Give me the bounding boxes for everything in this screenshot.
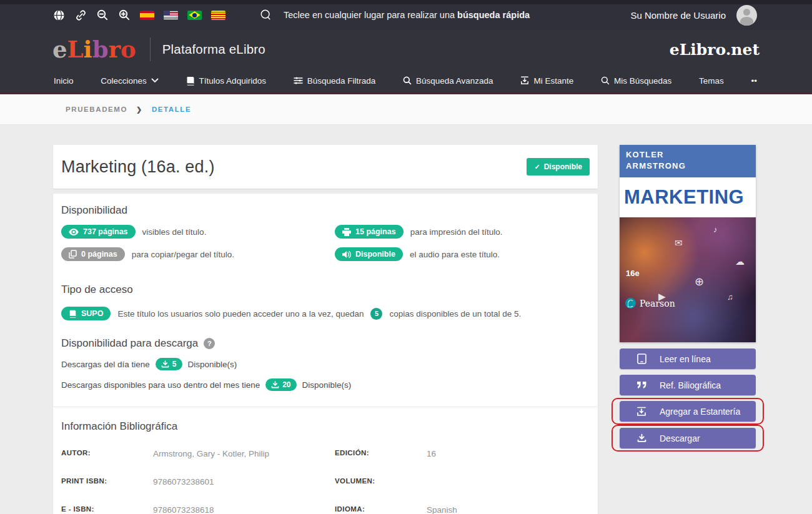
nav-item-mis-busquedas[interactable]: Mis Búsquedas	[601, 76, 671, 86]
nav-item-mi-estante[interactable]: Mi Estante	[520, 76, 573, 86]
add-to-shelf-button[interactable]: Agregar a Estantería	[620, 401, 756, 422]
breadcrumb-current: DETALLE	[152, 106, 191, 113]
quick-search-bar[interactable]: Teclee en cualquier lugar para realizar …	[260, 9, 530, 21]
bibliographic-reference-button[interactable]: Ref. Biliográfica	[620, 375, 756, 395]
nav-item-busqueda-avanzada[interactable]: Búsqueda Avanzada	[403, 76, 493, 86]
printer-icon	[342, 228, 351, 236]
elibro-book-detail-page: Teclee en cualquier lugar para realizar …	[0, 0, 812, 514]
availability-copy-row: 0 páginas para copiar/pegar del título.	[61, 247, 335, 261]
cover-edition: 16e	[626, 269, 640, 278]
daily-downloads-badge: 5	[156, 358, 182, 370]
monthly-downloads-row: Descargas disponibles para uso dentro de…	[61, 378, 590, 391]
availability-heading: Disponibilidad	[61, 204, 590, 217]
nav-item-busqueda-filtrada[interactable]: Búsqueda Filtrada	[294, 76, 376, 86]
field-label-e-isbn: E - ISBN:	[61, 505, 153, 513]
field-value-idioma: Spanish	[427, 505, 590, 514]
cover-authors: KOTLER ARMSTRONG	[620, 145, 756, 177]
shelf-icon	[636, 407, 647, 417]
check-icon	[534, 162, 540, 171]
eye-icon	[69, 229, 79, 235]
availability-audio-row: Disponible el audio para este título.	[335, 247, 590, 261]
download-icon	[161, 360, 169, 368]
book-cover[interactable]: KOTLER ARMSTRONG MARKETING 16e ✉ ♪ ☁ ⊕ ▶…	[620, 145, 756, 342]
field-label-edicion: EDICIÓN:	[335, 449, 427, 457]
read-online-button[interactable]: Leer en línea	[620, 348, 756, 369]
user-area: Su Nombre de Usuario	[630, 5, 757, 26]
availability-print-row: 15 páginas para impresión del título.	[335, 225, 590, 239]
chevron-down-icon	[151, 78, 159, 83]
nav-item-colecciones[interactable]: Colecciones	[101, 76, 159, 86]
nav-item-inicio[interactable]: Inicio	[54, 76, 74, 86]
cover-doodle-cloud: ☁	[735, 256, 745, 267]
download-icon	[271, 381, 279, 388]
field-label-autor: AUTOR:	[61, 449, 153, 457]
detail-card: Disponibilidad 737 páginas visibles del …	[53, 194, 598, 514]
catalonia-flag-icon[interactable]	[211, 11, 225, 20]
audio-available-badge: Disponible	[335, 247, 403, 261]
search-icon	[601, 76, 610, 85]
elibro-logo[interactable]: eLibro	[52, 38, 136, 61]
cover-photo: 16e ✉ ♪ ☁ ⊕ ▶ ♫ Pearson	[620, 217, 756, 342]
daily-downloads-row: Descargas del día tiene 5 Disponible(s)	[61, 358, 590, 370]
availability-view-row: 737 páginas visibles del título.	[61, 225, 335, 239]
cover-doodle-notes: ♫	[727, 292, 733, 302]
available-status-badge: Disponible	[527, 158, 590, 175]
cover-title-band: MARKETING	[620, 177, 756, 217]
main-navigation: Inicio Colecciones Títulos Adquiridos Bú…	[0, 69, 812, 92]
user-avatar[interactable]	[736, 5, 757, 26]
spain-flag-icon[interactable]	[140, 11, 154, 20]
title-card: Marketing (16a. ed.) Disponible	[53, 145, 598, 189]
cover-doodle-magnifier: ⊕	[695, 275, 704, 289]
search-icon	[403, 76, 412, 85]
brand-bar: eLibro Plataforma eLibro eLibro.net	[0, 30, 812, 69]
monthly-downloads-badge: 20	[265, 378, 296, 391]
link-icon[interactable]	[74, 9, 87, 21]
biblio-grid: AUTOR: Armstrong, Gary - Kotler, Philip …	[61, 449, 590, 514]
help-icon[interactable]	[204, 338, 215, 349]
speaker-icon	[342, 250, 351, 259]
nav-more-icon[interactable]: ••	[751, 76, 757, 86]
shelf-icon	[520, 76, 529, 85]
access-type-row: SUPO Este título los usuarios solo puede…	[61, 307, 590, 320]
field-label-print-isbn: PRINT ISBN:	[61, 477, 153, 485]
field-label-idioma: IDIOMA:	[335, 505, 427, 513]
brand-divider	[150, 37, 151, 61]
copy-icon	[69, 250, 77, 259]
tablet-icon	[636, 353, 647, 364]
field-value-autor: Armstrong, Gary - Kotler, Philip	[153, 449, 335, 458]
pages-visible-badge: 737 páginas	[61, 225, 136, 239]
publisher-logo: Pearson	[625, 298, 675, 309]
biblio-heading: Información Bibliográfica	[61, 420, 590, 433]
topbar-tools	[52, 9, 225, 21]
pages-print-badge: 15 páginas	[335, 225, 404, 239]
site-name: eLibro.net	[670, 41, 760, 59]
username-label: Su Nombre de Usuario	[630, 10, 726, 21]
nav-item-temas[interactable]: Temas	[699, 76, 724, 86]
zoom-out-icon[interactable]	[96, 9, 109, 21]
platform-title: Plataforma eLibro	[162, 42, 265, 57]
cover-doodle-envelope: ✉	[675, 237, 683, 249]
sliders-icon	[294, 76, 303, 85]
top-bar: Teclee en cualquier lugar para realizar …	[0, 0, 812, 30]
download-icon	[636, 433, 647, 443]
field-value-e-isbn: 9786073238618	[153, 505, 335, 514]
quote-icon	[636, 381, 647, 389]
field-value-edicion: 16	[427, 449, 590, 458]
cover-doodle-note: ♪	[713, 225, 718, 234]
pearson-orb-icon	[625, 298, 636, 309]
breadcrumb-chevron-icon: ❯	[136, 106, 143, 114]
breadcrumb-root[interactable]: PRUEBADEMO	[66, 106, 127, 113]
search-icon	[260, 9, 272, 21]
zoom-in-icon[interactable]	[118, 9, 131, 21]
copies-remaining-badge: 5	[370, 308, 382, 320]
globe-icon[interactable]	[52, 9, 65, 21]
section-divider	[53, 407, 598, 407]
pages-copy-badge: 0 páginas	[61, 247, 125, 261]
usa-flag-icon[interactable]	[164, 11, 178, 20]
page-title: Marketing (16a. ed.)	[61, 157, 215, 177]
book-icon	[69, 310, 77, 318]
download-availability-heading: Disponibilidad para descarga	[61, 337, 590, 350]
nav-item-titulos-adquiridos[interactable]: Títulos Adquiridos	[186, 76, 266, 86]
brazil-flag-icon[interactable]	[187, 11, 202, 20]
download-button[interactable]: Descargar	[620, 428, 756, 448]
